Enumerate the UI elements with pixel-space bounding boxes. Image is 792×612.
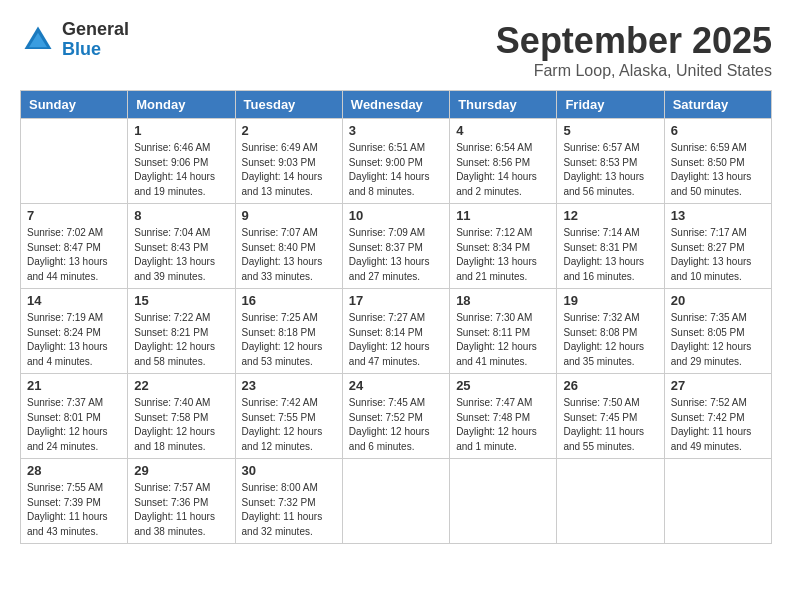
day-info: Sunrise: 7:57 AMSunset: 7:36 PMDaylight:… bbox=[134, 481, 228, 539]
day-info: Sunrise: 7:17 AMSunset: 8:27 PMDaylight:… bbox=[671, 226, 765, 284]
day-info: Sunrise: 7:27 AMSunset: 8:14 PMDaylight:… bbox=[349, 311, 443, 369]
day-info: Sunrise: 7:19 AMSunset: 8:24 PMDaylight:… bbox=[27, 311, 121, 369]
week-row-1: 7Sunrise: 7:02 AMSunset: 8:47 PMDaylight… bbox=[21, 204, 772, 289]
header-day-friday: Friday bbox=[557, 91, 664, 119]
day-number: 21 bbox=[27, 378, 121, 393]
calendar-cell: 7Sunrise: 7:02 AMSunset: 8:47 PMDaylight… bbox=[21, 204, 128, 289]
calendar-cell: 12Sunrise: 7:14 AMSunset: 8:31 PMDayligh… bbox=[557, 204, 664, 289]
month-title: September 2025 bbox=[496, 20, 772, 62]
week-row-0: 1Sunrise: 6:46 AMSunset: 9:06 PMDaylight… bbox=[21, 119, 772, 204]
day-number: 14 bbox=[27, 293, 121, 308]
calendar-cell: 9Sunrise: 7:07 AMSunset: 8:40 PMDaylight… bbox=[235, 204, 342, 289]
day-number: 8 bbox=[134, 208, 228, 223]
day-info: Sunrise: 7:35 AMSunset: 8:05 PMDaylight:… bbox=[671, 311, 765, 369]
calendar-cell: 28Sunrise: 7:55 AMSunset: 7:39 PMDayligh… bbox=[21, 459, 128, 544]
day-number: 30 bbox=[242, 463, 336, 478]
header-day-tuesday: Tuesday bbox=[235, 91, 342, 119]
calendar-cell: 18Sunrise: 7:30 AMSunset: 8:11 PMDayligh… bbox=[450, 289, 557, 374]
calendar-cell: 4Sunrise: 6:54 AMSunset: 8:56 PMDaylight… bbox=[450, 119, 557, 204]
day-info: Sunrise: 7:52 AMSunset: 7:42 PMDaylight:… bbox=[671, 396, 765, 454]
calendar-cell: 23Sunrise: 7:42 AMSunset: 7:55 PMDayligh… bbox=[235, 374, 342, 459]
title-section: September 2025 Farm Loop, Alaska, United… bbox=[496, 20, 772, 80]
calendar-cell bbox=[342, 459, 449, 544]
day-number: 1 bbox=[134, 123, 228, 138]
day-info: Sunrise: 6:46 AMSunset: 9:06 PMDaylight:… bbox=[134, 141, 228, 199]
header-day-sunday: Sunday bbox=[21, 91, 128, 119]
logo-line1: General bbox=[62, 20, 129, 40]
calendar-table: SundayMondayTuesdayWednesdayThursdayFrid… bbox=[20, 90, 772, 544]
day-number: 20 bbox=[671, 293, 765, 308]
day-info: Sunrise: 7:55 AMSunset: 7:39 PMDaylight:… bbox=[27, 481, 121, 539]
calendar-cell: 14Sunrise: 7:19 AMSunset: 8:24 PMDayligh… bbox=[21, 289, 128, 374]
day-number: 9 bbox=[242, 208, 336, 223]
calendar-cell bbox=[664, 459, 771, 544]
day-number: 18 bbox=[456, 293, 550, 308]
day-number: 5 bbox=[563, 123, 657, 138]
day-number: 6 bbox=[671, 123, 765, 138]
calendar-cell: 2Sunrise: 6:49 AMSunset: 9:03 PMDaylight… bbox=[235, 119, 342, 204]
header-day-monday: Monday bbox=[128, 91, 235, 119]
day-number: 4 bbox=[456, 123, 550, 138]
calendar-cell: 21Sunrise: 7:37 AMSunset: 8:01 PMDayligh… bbox=[21, 374, 128, 459]
day-number: 2 bbox=[242, 123, 336, 138]
calendar-cell: 17Sunrise: 7:27 AMSunset: 8:14 PMDayligh… bbox=[342, 289, 449, 374]
calendar-cell: 8Sunrise: 7:04 AMSunset: 8:43 PMDaylight… bbox=[128, 204, 235, 289]
day-number: 3 bbox=[349, 123, 443, 138]
calendar-cell: 6Sunrise: 6:59 AMSunset: 8:50 PMDaylight… bbox=[664, 119, 771, 204]
day-info: Sunrise: 6:49 AMSunset: 9:03 PMDaylight:… bbox=[242, 141, 336, 199]
calendar-cell: 27Sunrise: 7:52 AMSunset: 7:42 PMDayligh… bbox=[664, 374, 771, 459]
calendar-header-row: SundayMondayTuesdayWednesdayThursdayFrid… bbox=[21, 91, 772, 119]
day-info: Sunrise: 7:32 AMSunset: 8:08 PMDaylight:… bbox=[563, 311, 657, 369]
logo-text: General Blue bbox=[62, 20, 129, 60]
header: General Blue September 2025 Farm Loop, A… bbox=[20, 20, 772, 80]
day-info: Sunrise: 7:42 AMSunset: 7:55 PMDaylight:… bbox=[242, 396, 336, 454]
day-info: Sunrise: 7:47 AMSunset: 7:48 PMDaylight:… bbox=[456, 396, 550, 454]
day-number: 12 bbox=[563, 208, 657, 223]
header-day-wednesday: Wednesday bbox=[342, 91, 449, 119]
day-info: Sunrise: 6:51 AMSunset: 9:00 PMDaylight:… bbox=[349, 141, 443, 199]
header-day-saturday: Saturday bbox=[664, 91, 771, 119]
day-number: 7 bbox=[27, 208, 121, 223]
calendar-cell: 19Sunrise: 7:32 AMSunset: 8:08 PMDayligh… bbox=[557, 289, 664, 374]
day-number: 17 bbox=[349, 293, 443, 308]
day-info: Sunrise: 7:40 AMSunset: 7:58 PMDaylight:… bbox=[134, 396, 228, 454]
day-info: Sunrise: 8:00 AMSunset: 7:32 PMDaylight:… bbox=[242, 481, 336, 539]
day-info: Sunrise: 6:59 AMSunset: 8:50 PMDaylight:… bbox=[671, 141, 765, 199]
day-number: 16 bbox=[242, 293, 336, 308]
day-info: Sunrise: 7:50 AMSunset: 7:45 PMDaylight:… bbox=[563, 396, 657, 454]
calendar-cell: 26Sunrise: 7:50 AMSunset: 7:45 PMDayligh… bbox=[557, 374, 664, 459]
calendar-cell bbox=[21, 119, 128, 204]
day-number: 25 bbox=[456, 378, 550, 393]
calendar-cell: 5Sunrise: 6:57 AMSunset: 8:53 PMDaylight… bbox=[557, 119, 664, 204]
day-number: 27 bbox=[671, 378, 765, 393]
week-row-2: 14Sunrise: 7:19 AMSunset: 8:24 PMDayligh… bbox=[21, 289, 772, 374]
day-info: Sunrise: 7:04 AMSunset: 8:43 PMDaylight:… bbox=[134, 226, 228, 284]
calendar-cell: 25Sunrise: 7:47 AMSunset: 7:48 PMDayligh… bbox=[450, 374, 557, 459]
logo: General Blue bbox=[20, 20, 129, 60]
calendar-cell bbox=[450, 459, 557, 544]
day-number: 19 bbox=[563, 293, 657, 308]
calendar-cell: 24Sunrise: 7:45 AMSunset: 7:52 PMDayligh… bbox=[342, 374, 449, 459]
day-number: 22 bbox=[134, 378, 228, 393]
calendar-cell: 1Sunrise: 6:46 AMSunset: 9:06 PMDaylight… bbox=[128, 119, 235, 204]
week-row-3: 21Sunrise: 7:37 AMSunset: 8:01 PMDayligh… bbox=[21, 374, 772, 459]
week-row-4: 28Sunrise: 7:55 AMSunset: 7:39 PMDayligh… bbox=[21, 459, 772, 544]
calendar-cell: 20Sunrise: 7:35 AMSunset: 8:05 PMDayligh… bbox=[664, 289, 771, 374]
day-info: Sunrise: 7:45 AMSunset: 7:52 PMDaylight:… bbox=[349, 396, 443, 454]
day-number: 15 bbox=[134, 293, 228, 308]
calendar-cell: 3Sunrise: 6:51 AMSunset: 9:00 PMDaylight… bbox=[342, 119, 449, 204]
calendar-cell: 11Sunrise: 7:12 AMSunset: 8:34 PMDayligh… bbox=[450, 204, 557, 289]
day-info: Sunrise: 7:12 AMSunset: 8:34 PMDaylight:… bbox=[456, 226, 550, 284]
day-info: Sunrise: 7:07 AMSunset: 8:40 PMDaylight:… bbox=[242, 226, 336, 284]
calendar-cell: 30Sunrise: 8:00 AMSunset: 7:32 PMDayligh… bbox=[235, 459, 342, 544]
day-number: 11 bbox=[456, 208, 550, 223]
calendar-cell: 10Sunrise: 7:09 AMSunset: 8:37 PMDayligh… bbox=[342, 204, 449, 289]
calendar-cell: 29Sunrise: 7:57 AMSunset: 7:36 PMDayligh… bbox=[128, 459, 235, 544]
day-info: Sunrise: 7:30 AMSunset: 8:11 PMDaylight:… bbox=[456, 311, 550, 369]
day-info: Sunrise: 7:37 AMSunset: 8:01 PMDaylight:… bbox=[27, 396, 121, 454]
day-number: 29 bbox=[134, 463, 228, 478]
calendar-cell: 22Sunrise: 7:40 AMSunset: 7:58 PMDayligh… bbox=[128, 374, 235, 459]
day-info: Sunrise: 7:25 AMSunset: 8:18 PMDaylight:… bbox=[242, 311, 336, 369]
day-info: Sunrise: 7:02 AMSunset: 8:47 PMDaylight:… bbox=[27, 226, 121, 284]
day-number: 28 bbox=[27, 463, 121, 478]
